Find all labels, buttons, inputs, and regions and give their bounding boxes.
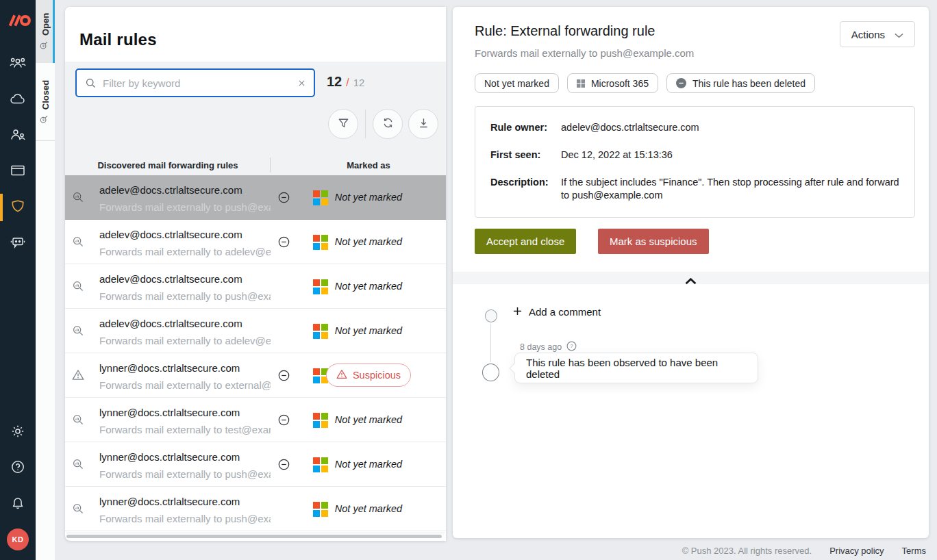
tab-closed-label: Closed [40, 79, 51, 109]
badge-label: Not yet marked [484, 78, 549, 89]
sidebar-item-help[interactable] [0, 450, 36, 486]
collapse-section-toggle[interactable] [453, 272, 929, 284]
privacy-policy-link[interactable]: Privacy policy [829, 546, 884, 556]
deleted-icon [278, 414, 290, 426]
page-footer: © Push 2023. All rights reserved. Privac… [682, 543, 926, 558]
rule-email: lynner@docs.ctrlaltsecure.com [99, 362, 240, 374]
rule-email: lynner@docs.ctrlaltsecure.com [99, 451, 240, 463]
sidebar-item-notifications[interactable] [0, 486, 36, 522]
sidebar-item-chatbot[interactable] [0, 225, 36, 261]
badge-label: This rule has been deleted [692, 78, 805, 89]
table-row[interactable]: lynner@docs.ctrlaltsecure.com Forwards m… [65, 398, 446, 442]
horizontal-scrollbar [66, 533, 445, 538]
rules-table-body: adelev@docs.ctrlaltsecure.com Forwards m… [65, 175, 446, 531]
table-row[interactable]: adelev@docs.ctrlaltsecure.com Forwards m… [65, 309, 446, 353]
microsoft-icon [577, 79, 585, 88]
table-row[interactable]: adelev@docs.ctrlaltsecure.com Forwards m… [65, 175, 446, 220]
rule-email: adelev@docs.ctrlaltsecure.com [99, 318, 242, 329]
app-sidebar: KD [0, 0, 36, 560]
svg-text:?: ? [570, 343, 573, 349]
comment-text: This rule has been observed to have been… [526, 357, 747, 380]
rule-info-box: Rule owner: adelev@docs.ctrlaltsecure.co… [475, 106, 915, 218]
badge-platform: Microsoft 365 [567, 73, 658, 93]
deleted-icon [278, 236, 290, 248]
browser-window-icon [9, 162, 27, 181]
sidebar-item-identities[interactable] [0, 118, 36, 154]
table-row[interactable]: adelev@docs.ctrlaltsecure.com Forwards m… [65, 220, 446, 264]
scrollbar-thumb[interactable] [66, 535, 442, 538]
deleted-icon [278, 459, 290, 470]
rule-email: adelev@docs.ctrlaltsecure.com [99, 184, 242, 196]
rule-search-icon [72, 458, 84, 470]
status-text: Not yet marked [335, 281, 402, 292]
deleted-icon [278, 192, 290, 203]
badge-deleted: This rule has been deleted [666, 73, 815, 93]
rule-search-icon [72, 191, 84, 203]
chevron-up-icon [685, 272, 697, 284]
sidebar-item-team[interactable] [0, 47, 36, 83]
minus-circle-icon [676, 78, 686, 88]
rule-description: Forwards mail externally to push@exa [99, 468, 271, 480]
table-row[interactable]: lynner@docs.ctrlaltsecure.com Forwards m… [65, 442, 446, 487]
push-logo-icon[interactable] [0, 11, 36, 30]
badge-not-yet-marked: Not yet marked [475, 73, 559, 93]
rule-search-icon [72, 280, 84, 292]
field-label: Description: [490, 176, 556, 189]
rule-search-icon [72, 236, 84, 248]
people-group-icon [9, 55, 27, 75]
rule-search-icon [39, 114, 51, 124]
table-header: Discovered mail forwarding rules Marked … [65, 156, 446, 175]
rule-description: Forwards mail externally to push@exa [99, 201, 271, 213]
rule-search-icon [72, 502, 84, 515]
list-toolbar: 12 / 12 Discovered mail forwarding rules… [65, 62, 446, 175]
status-badge-label: Suspicious [353, 370, 401, 381]
table-row[interactable]: lynner@docs.ctrlaltsecure.com Forwards m… [65, 487, 446, 531]
status-text: Not yet marked [335, 236, 402, 247]
chevron-down-icon [895, 29, 903, 40]
user-avatar[interactable]: KD [7, 529, 29, 550]
timeline-connector [490, 324, 491, 362]
filter-button[interactable] [328, 109, 358, 139]
count-total: 12 [353, 77, 365, 88]
sidebar-item-cloud[interactable] [0, 83, 36, 118]
tab-closed[interactable]: Closed [36, 63, 55, 141]
shield-icon [9, 198, 27, 217]
copyright-text: © Push 2023. All rights reserved. [682, 546, 812, 556]
column-divider [270, 157, 271, 173]
rule-description: Forwards mail externally to adelev@ex [99, 246, 271, 257]
download-icon [417, 116, 430, 131]
mark-as-suspicious-button[interactable]: Mark as suspicious [598, 229, 709, 254]
actions-button[interactable]: Actions [840, 21, 915, 47]
sidebar-item-settings[interactable] [0, 415, 36, 450]
deleted-icon [278, 370, 290, 381]
table-row[interactable]: lynner@docs.ctrlaltsecure.com Forwards m… [65, 353, 446, 398]
question-circle-icon[interactable]: ? [566, 341, 577, 353]
results-count: 12 / 12 [327, 74, 364, 90]
count-current: 12 [327, 74, 342, 90]
rule-description: Forwards mail externally to push@exa [99, 290, 271, 302]
rule-detail-panel: Rule: External forwarding rule Forwards … [453, 7, 929, 538]
add-comment-button[interactable]: Add a comment [513, 306, 601, 318]
rule-warning-icon [72, 369, 84, 381]
sidebar-item-security[interactable] [0, 190, 36, 225]
rule-description: Forwards mail externally to external@ [99, 379, 271, 391]
field-value: adelev@docs.ctrlaltsecure.com [561, 121, 899, 134]
bell-icon [10, 494, 26, 513]
rule-description: Forwards mail externally to push@exa [99, 513, 271, 524]
field-value: If the subject includes "Finance". Then … [561, 176, 899, 202]
cloud-icon [9, 91, 27, 110]
refresh-button[interactable] [373, 109, 403, 139]
funnel-icon [337, 116, 350, 131]
sidebar-item-apps[interactable] [0, 154, 36, 190]
accept-and-close-button[interactable]: Accept and close [475, 229, 576, 254]
plus-icon [513, 306, 522, 318]
rule-email: lynner@docs.ctrlaltsecure.com [99, 407, 240, 418]
download-button[interactable] [408, 109, 438, 139]
clear-search-icon[interactable] [298, 79, 305, 87]
tab-open[interactable]: Open [36, 0, 55, 63]
status-text: Not yet marked [335, 192, 402, 203]
list-header: Mail rules [65, 7, 446, 62]
search-input[interactable] [103, 77, 292, 89]
terms-link[interactable]: Terms [902, 546, 926, 556]
table-row[interactable]: adelev@docs.ctrlaltsecure.com Forwards m… [65, 264, 446, 309]
